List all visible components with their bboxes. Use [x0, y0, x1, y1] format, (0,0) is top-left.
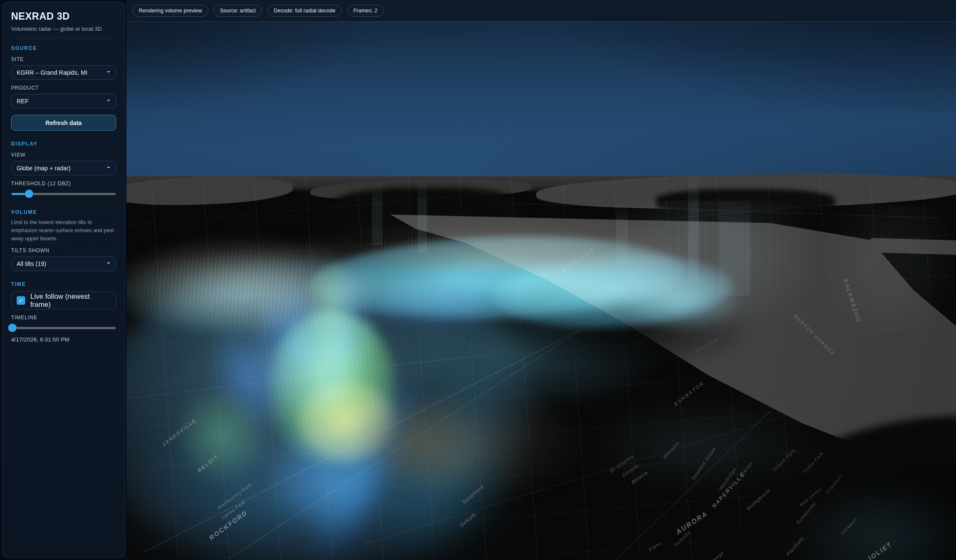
map-city-label: Oswego [707, 550, 725, 560]
product-label: PRODUCT [11, 85, 116, 91]
lake-sheen [588, 397, 814, 493]
divider [11, 38, 116, 38]
site-select[interactable]: KGRR – Grand Rapids, MI [11, 65, 116, 80]
status-chip: Frames: 2 [347, 5, 384, 17]
view-label: VIEW [11, 152, 116, 158]
view-select-wrap: Globe (map + radar) ⌄ [11, 161, 116, 175]
product-select-wrap: REF ⌄ [11, 94, 116, 108]
status-chipbar: Rendering volume previewSource: artifact… [126, 0, 956, 21]
timeline-slider[interactable] [12, 324, 116, 332]
live-follow-label: Live follow (newest frame) [30, 292, 111, 309]
tilts-select-wrap: All tilts (19) ⌄ [11, 257, 116, 271]
slider-thumb[interactable] [8, 324, 17, 332]
map-city-label: Plano [648, 540, 662, 553]
checkbox-checked-icon[interactable]: ✓ [17, 296, 25, 305]
timeline-timestamp: 4/17/2026, 6:31:50 PM [11, 336, 116, 343]
radar-echo-pillar [372, 181, 383, 245]
section-volume: VOLUME [11, 209, 116, 215]
radar-echo-streaks [827, 205, 955, 333]
radar-echo-pillar [418, 178, 427, 253]
main-view: Rendering volume previewSource: artifact… [126, 0, 956, 560]
site-select-wrap: KGRR – Grand Rapids, MI ⌄ [11, 65, 116, 80]
app-window: NEXRAD 3D Volumetric radar — globe or lo… [0, 0, 956, 560]
app-title: NEXRAD 3D [11, 11, 116, 22]
refresh-data-button[interactable]: Refresh data [11, 115, 116, 131]
volume-note: Limit to the lowest elevation tilts to e… [11, 219, 116, 242]
tilts-label: TILTS SHOWN [11, 248, 116, 254]
app-subtitle: Volumetric radar — globe or local 3D [11, 26, 116, 32]
status-chip: Source: artifact [213, 5, 262, 17]
section-source: SOURCE [11, 45, 116, 51]
section-display: DISPLAY [11, 141, 116, 147]
tilts-select[interactable]: All tilts (19) [11, 257, 116, 271]
status-chip: Decode: full radial decode [267, 5, 342, 17]
map-city-label: AURORA [675, 510, 709, 537]
radar-echo-streaks [617, 201, 827, 335]
radar-echo-streaks [126, 252, 541, 529]
view-select[interactable]: Globe (map + radar) [11, 161, 116, 175]
slider-thumb[interactable] [25, 190, 33, 198]
status-chip: Rendering volume preview [132, 5, 208, 17]
map-city-label: Bolingbrook [746, 487, 771, 511]
live-follow-toggle[interactable]: ✓ Live follow (newest frame) [11, 292, 116, 309]
product-select[interactable]: REF [11, 94, 116, 108]
threshold-slider[interactable] [12, 190, 116, 198]
radar-3d-viewport[interactable]: JANESVILLEBELOITMachesney ParkLoves Park… [126, 21, 956, 560]
section-time: TIME [11, 281, 116, 287]
timeline-label: TIMELINE [11, 315, 116, 321]
sidebar: NEXRAD 3D Volumetric radar — globe or lo… [0, 0, 126, 560]
sidebar-panel: NEXRAD 3D Volumetric radar — globe or lo… [2, 2, 125, 557]
slider-track[interactable] [12, 327, 116, 329]
site-label: SITE [11, 56, 116, 62]
threshold-label: THRESHOLD (12 DBZ) [11, 181, 116, 187]
